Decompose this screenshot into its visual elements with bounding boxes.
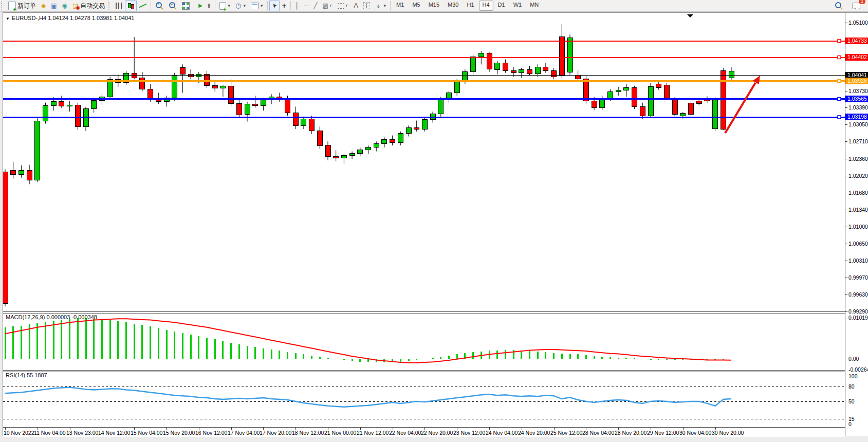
tile-windows-button[interactable]: [179, 0, 192, 11]
chart-shift-button[interactable]: ▮: [205, 0, 213, 11]
templates-icon: [251, 3, 258, 9]
arrows-icon: ↔↕: [375, 3, 382, 9]
candlestick-chart-icon: [127, 2, 134, 9]
rsi-axis-label: 100: [848, 373, 858, 379]
chart-window: ▼EURUSD-,H4 1.04124 1.04278 1.03981 1.04…: [3, 12, 868, 436]
price-line-tag: 1.04402: [845, 54, 868, 61]
periods-button[interactable]: ◷ ▾: [233, 0, 248, 11]
toolbar-drag-handle[interactable]: [1, 2, 5, 10]
price-line-tag: 1.03565: [845, 96, 868, 102]
signals-button[interactable]: ◉: [60, 0, 70, 11]
price-axis-label: 1.00650: [848, 241, 868, 247]
zoom-in-button[interactable]: +: [153, 0, 166, 11]
terminal-button[interactable]: ▣: [48, 0, 59, 11]
fibonacci-tool-button[interactable]: F: [335, 0, 351, 11]
time-axis-label: 25 Nov 12:00: [550, 430, 582, 436]
signals-icon: ◉: [62, 3, 67, 9]
notification-badge: 1: [858, 0, 866, 5]
tile-windows-icon: [182, 2, 190, 10]
channel-tool-button[interactable]: ▨E: [320, 0, 336, 11]
macd-label: MACD(12,26,9) 0.000003 -0.000348: [6, 314, 97, 320]
price-axis-label: 1.01000: [848, 224, 868, 230]
auto-trading-button[interactable]: ◪ 自动交易: [70, 0, 107, 11]
price-axis-label: 1.02710: [848, 138, 868, 144]
bar-chart-button[interactable]: [113, 0, 125, 11]
time-axis-label: 24 Nov 04:00: [486, 430, 518, 436]
rsi-label: RSI(14) 55.1887: [6, 372, 47, 378]
symbol-dropdown-icon[interactable]: ▼: [6, 16, 10, 21]
dropdown-icon: ▾: [384, 3, 386, 8]
price-axis-label: 1.02360: [848, 156, 868, 162]
cursor-tool-button[interactable]: ➤: [269, 0, 280, 11]
search-icon: [835, 2, 841, 8]
time-axis-label: 28 Nov 04:00: [582, 430, 614, 436]
line-chart-icon: [139, 3, 146, 9]
trendline-tool-button[interactable]: ╱: [311, 0, 320, 11]
rsi-axis-label: 80: [848, 383, 855, 390]
dropdown-icon: ▾: [261, 3, 263, 8]
text-tool-button[interactable]: A: [351, 0, 361, 11]
auto-scroll-icon: ▶: [198, 3, 202, 9]
vertical-line-tool-button[interactable]: │: [292, 0, 302, 11]
indicators-button[interactable]: ＋ ▾: [217, 0, 233, 11]
time-axis-label: 14 Nov 12:00: [98, 430, 130, 436]
chart-title: EURUSD-,H4 1.04124 1.04278 1.03981 1.040…: [12, 15, 135, 21]
timeframe-button-H1[interactable]: H1: [463, 1, 477, 11]
templates-button[interactable]: ▾: [248, 0, 266, 11]
profiles-button[interactable]: ◆: [39, 0, 48, 11]
time-axis-label: 23 Nov 12:00: [453, 430, 485, 436]
timeframe-button-M5[interactable]: M5: [409, 1, 423, 11]
price-axis-label: 1.03390: [848, 104, 868, 110]
candlestick-chart-button[interactable]: [125, 0, 137, 11]
zoom-out-button[interactable]: −: [166, 0, 179, 11]
horizontal-line-tool-button[interactable]: ─: [302, 0, 311, 11]
new-order-button[interactable]: ＋ 新订单: [6, 0, 39, 11]
time-axis-label: 22 Nov 04:00: [389, 430, 421, 436]
price-axis-label: 1.01340: [848, 207, 868, 213]
price-axis-label: 0.99630: [848, 291, 868, 298]
auto-scroll-button[interactable]: ▶: [196, 0, 205, 11]
price-line-tag: 1.03926: [845, 78, 868, 84]
dropdown-icon: ▾: [228, 3, 231, 8]
main-price-chart[interactable]: [3, 13, 845, 311]
macd-axis-label: 0.010191: [848, 315, 868, 321]
timeframe-button-M30[interactable]: M30: [444, 1, 462, 11]
price-axis-label: 0.99970: [848, 274, 868, 281]
price-axis-label: 1.03050: [848, 121, 868, 127]
timeframe-button-W1[interactable]: W1: [510, 1, 526, 11]
time-axis-label: 28 Nov 20:00: [615, 430, 647, 436]
price-axis-label: 0.99290: [848, 308, 868, 315]
timeframe-button-D1[interactable]: D1: [494, 1, 509, 11]
cursor-icon: ➤: [270, 2, 279, 9]
rsi-panel[interactable]: [3, 371, 845, 427]
timeframe-button-M1[interactable]: M1: [393, 1, 408, 11]
time-axis[interactable]: 10 Nov 202211 Nov 04:0013 Nov 23:0014 No…: [3, 427, 845, 437]
price-axis[interactable]: 1.051001.037301.033901.030501.027101.023…: [845, 13, 868, 436]
crosshair-tool-button[interactable]: +: [280, 0, 289, 11]
arrows-tool-button[interactable]: ↔↕ ▾: [373, 0, 389, 11]
time-axis-label: 17 Nov 20:00: [260, 430, 291, 436]
auto-trading-icon: ◪: [72, 3, 79, 9]
toolbar-drag-handle[interactable]: [108, 2, 112, 10]
price-axis-label: 1.00310: [848, 257, 868, 264]
fibonacci-icon: [338, 3, 344, 9]
rsi-axis-label: 50: [848, 398, 855, 404]
line-chart-button[interactable]: [137, 0, 149, 11]
text-label-tool-button[interactable]: T: [361, 0, 373, 11]
time-axis-label: 15 Nov 04:00: [131, 430, 162, 436]
time-axis-label: 18 Nov 12:00: [292, 430, 324, 436]
one-click-dropdown-icon: [687, 14, 693, 17]
crosshair-icon: +: [282, 3, 287, 9]
search-button[interactable]: [832, 0, 845, 11]
horizontal-line-icon: ─: [304, 3, 309, 9]
clock-icon: ◷: [235, 3, 241, 9]
rsi-axis-label: 0: [848, 421, 852, 427]
timeframe-button-H4[interactable]: H4: [479, 1, 493, 11]
notifications-button[interactable]: 1: [849, 0, 863, 11]
macd-panel[interactable]: [3, 313, 845, 370]
macd-axis-label: -0.002642: [848, 366, 868, 373]
timeframe-button-M15[interactable]: M15: [425, 1, 443, 11]
timeframe-button-MN[interactable]: MN: [526, 1, 542, 11]
new-order-icon: ＋: [8, 2, 16, 10]
indicators-icon: ＋: [219, 2, 226, 10]
